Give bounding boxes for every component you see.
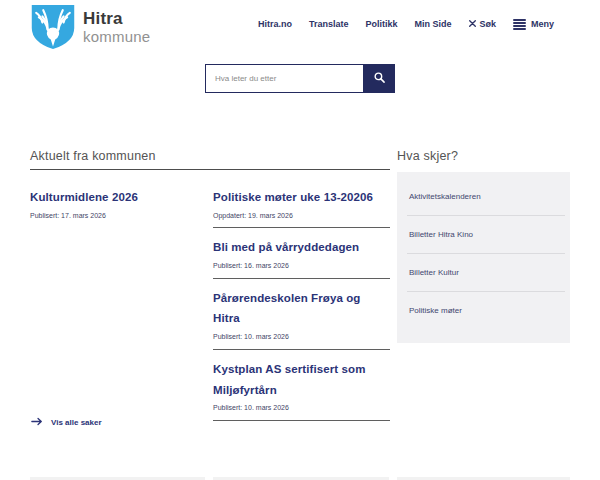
list-item: Bli med på vårryddedagen Publisert: 16. … bbox=[213, 228, 390, 278]
site-name-subtitle: kommune bbox=[83, 29, 150, 44]
event-link-billetter-hitra-kino[interactable]: Billetter Hitra Kino bbox=[397, 216, 570, 253]
site-name-title: Hitra bbox=[83, 10, 150, 27]
article-meta: Publisert: 10. mars 2026 bbox=[213, 333, 390, 341]
event-label: Billetter Kultur bbox=[409, 268, 459, 277]
search-icon bbox=[373, 71, 386, 87]
list-item: Pårørendeskolen Frøya og Hitra Publisert… bbox=[213, 279, 390, 350]
site-search bbox=[205, 64, 395, 93]
top-navigation: Hitra.no Translate Politikk Min Side Søk… bbox=[258, 19, 554, 30]
hamburger-menu-icon bbox=[513, 19, 526, 30]
list-item: Kystplan AS sertifisert som Miljøfyrtårn… bbox=[213, 350, 390, 421]
event-link-politiske-moter[interactable]: Politiske møter bbox=[397, 292, 570, 329]
event-link-billetter-kultur[interactable]: Billetter Kultur bbox=[397, 254, 570, 291]
search-input[interactable] bbox=[205, 64, 363, 93]
search-toggle-label: Søk bbox=[480, 19, 497, 29]
article-link[interactable]: Kystplan AS sertifisert som Miljøfyrtårn bbox=[213, 359, 390, 400]
events-panel: Aktivitetskalenderen Billetter Hitra Kin… bbox=[397, 172, 570, 343]
article-link[interactable]: Politiske møter uke 13-20206 bbox=[213, 187, 390, 208]
event-link-aktivitetskalenderen[interactable]: Aktivitetskalenderen bbox=[397, 178, 570, 215]
news-article-list: Politiske møter uke 13-20206 Oppdatert: … bbox=[213, 178, 390, 421]
event-label: Politiske møter bbox=[409, 306, 462, 315]
article-meta: Publisert: 17. mars 2026 bbox=[30, 212, 205, 220]
search-toggle-button[interactable]: Søk bbox=[469, 19, 497, 29]
site-logo[interactable]: Hitra kommune bbox=[30, 4, 150, 54]
featured-article: Kulturmidlene 2026 Publisert: 17. mars 2… bbox=[30, 178, 205, 219]
menu-label: Meny bbox=[531, 19, 554, 29]
article-link[interactable]: Kulturmidlene 2026 bbox=[30, 187, 205, 208]
article-meta: Oppdatert: 19. mars 2026 bbox=[213, 212, 390, 220]
news-section-heading: Aktuelt fra kommunen bbox=[30, 149, 156, 163]
article-meta: Publisert: 10. mars 2026 bbox=[213, 404, 390, 412]
nav-item-politikk[interactable]: Politikk bbox=[366, 19, 398, 29]
events-section-heading: Hva skjer? bbox=[397, 149, 458, 163]
view-all-label: Vis alle saker bbox=[51, 418, 102, 427]
arrow-right-icon bbox=[31, 417, 43, 428]
close-icon bbox=[469, 19, 476, 29]
nav-item-translate[interactable]: Translate bbox=[309, 19, 349, 29]
menu-button[interactable]: Meny bbox=[513, 19, 554, 30]
nav-item-min-side[interactable]: Min Side bbox=[415, 19, 452, 29]
news-heading-divider bbox=[30, 169, 390, 170]
hitra-coat-of-arms-icon bbox=[30, 4, 76, 54]
article-meta: Publisert: 16. mars 2026 bbox=[213, 262, 390, 270]
view-all-news-link[interactable]: Vis alle saker bbox=[31, 417, 102, 428]
search-submit-button[interactable] bbox=[363, 64, 395, 93]
article-link[interactable]: Bli med på vårryddedagen bbox=[213, 237, 390, 258]
event-label: Billetter Hitra Kino bbox=[409, 230, 473, 239]
nav-item-hitra-no[interactable]: Hitra.no bbox=[258, 19, 292, 29]
site-name: Hitra kommune bbox=[83, 4, 150, 44]
list-item: Politiske møter uke 13-20206 Oppdatert: … bbox=[213, 178, 390, 228]
article-link[interactable]: Pårørendeskolen Frøya og Hitra bbox=[213, 288, 390, 329]
event-label: Aktivitetskalenderen bbox=[409, 192, 481, 201]
